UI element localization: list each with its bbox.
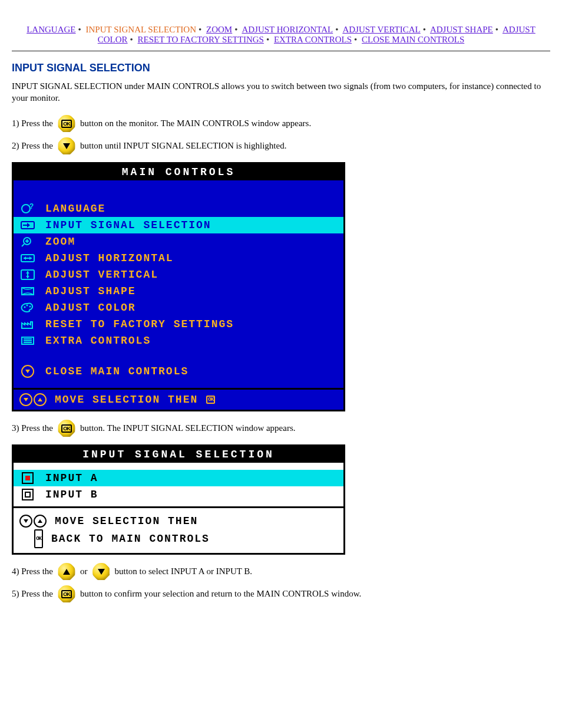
- nav-adjust-shape[interactable]: ADJUST SHAPE: [430, 25, 493, 34]
- close-down-icon: [18, 365, 37, 378]
- vertical-arrows-icon: [18, 269, 37, 280]
- step-5: 5) Press the OK button to confirm your s…: [12, 585, 542, 603]
- step-4: 4) Press the or button to select INPUT A…: [12, 563, 542, 581]
- arrow-in-icon: [18, 220, 37, 230]
- palette-icon: [18, 302, 37, 313]
- osd-item-label: RESET TO FACTORY SETTINGS: [45, 318, 234, 330]
- step-3-text-b: button. The INPUT SIGNAL SELECTION windo…: [80, 421, 296, 436]
- step-5-text-a: 5) Press the: [12, 587, 53, 602]
- osd-item-adjust-shape[interactable]: ADJUST SHAPE: [14, 283, 343, 299]
- step-3-text-a: 3) Press the: [12, 421, 53, 436]
- osd-item-label: ZOOM: [45, 236, 75, 248]
- nav-close-main-controls[interactable]: CLOSE MAIN CONTROLS: [362, 35, 464, 44]
- osd-item-extra-controls[interactable]: EXTRA CONTROLS: [14, 332, 343, 349]
- step-1-text-a: 1) Press the: [12, 116, 53, 131]
- osd-input-hintbar: MOVE SELECTION THEN OK BACK TO MAIN CONT…: [14, 506, 343, 553]
- osd-item-adjust-vertical[interactable]: ADJUST VERTICAL: [14, 266, 343, 283]
- breadcrumb: LANGUAGE• INPUT SIGNAL SELECTION• ZOOM• …: [12, 12, 550, 47]
- up-arrow-icon: [34, 515, 47, 528]
- ok-box-icon: OK: [34, 529, 43, 548]
- osd-main-hint-text: MOVE SELECTION THEN: [55, 394, 198, 406]
- globe-question-icon: [18, 203, 37, 214]
- osd-item-label: LANGUAGE: [45, 203, 105, 215]
- intro-text: INPUT SIGNAL SELECTION under MAIN CONTRO…: [12, 80, 542, 104]
- radio-unselected-icon: [18, 489, 37, 500]
- step-1-text-b: button on the monitor. The MAIN CONTROLS…: [80, 116, 311, 131]
- ok-button-icon: OK: [58, 420, 75, 437]
- step-2: 2) Press the button until INPUT SIGNAL S…: [12, 137, 542, 155]
- nav-input-signal-selection: INPUT SIGNAL SELECTION: [86, 25, 197, 34]
- down-button-icon: [92, 563, 110, 581]
- step-4-text-b: button to select INPUT A or INPUT B.: [115, 564, 253, 579]
- up-button-icon: [58, 563, 75, 581]
- osd-close-main-controls[interactable]: CLOSE MAIN CONTROLS: [14, 363, 343, 380]
- osd-item-label: ADJUST VERTICAL: [45, 269, 158, 281]
- nav-reset-factory[interactable]: RESET TO FACTORY SETTINGS: [138, 35, 264, 44]
- osd-item-input-signal-selection[interactable]: INPUT SIGNAL SELECTION: [14, 217, 343, 233]
- step-4-text-a: 4) Press the: [12, 564, 53, 579]
- osd-input-hint1: MOVE SELECTION THEN: [55, 513, 198, 529]
- osd-item-adjust-horizontal[interactable]: ADJUST HORIZONTAL: [14, 250, 343, 266]
- osd-input-hint2: BACK TO MAIN CONTROLS: [51, 531, 210, 547]
- osd-item-label: INPUT SIGNAL SELECTION: [45, 219, 211, 231]
- osd-main-title: MAIN CONTROLS: [14, 164, 343, 180]
- step-4-or: or: [80, 564, 88, 579]
- osd-main-controls: MAIN CONTROLS LANGUAGE INPUT SIGNAL SELE…: [12, 162, 345, 411]
- osd-input-a-label: INPUT A: [45, 472, 98, 484]
- nav-language[interactable]: LANGUAGE: [27, 25, 75, 34]
- ok-button-icon: OK: [58, 585, 75, 603]
- down-arrow-icon: [19, 515, 32, 528]
- osd-item-zoom[interactable]: ZOOM: [14, 233, 343, 250]
- horizontal-arrows-icon: [18, 253, 37, 263]
- step-2-text-b: button until INPUT SIGNAL SELECTION is h…: [80, 139, 286, 154]
- nav-zoom[interactable]: ZOOM: [206, 25, 232, 34]
- nav-adjust-horizontal[interactable]: ADJUST HORIZONTAL: [242, 25, 333, 34]
- nav-adjust-vertical[interactable]: ADJUST VERTICAL: [342, 25, 420, 34]
- osd-item-reset-factory[interactable]: RESET TO FACTORY SETTINGS: [14, 316, 343, 332]
- divider: [12, 51, 550, 51]
- magnify-icon: [18, 236, 37, 247]
- osd-item-label: ADJUST SHAPE: [45, 285, 136, 297]
- osd-input-selection: INPUT SIGNAL SELECTION INPUT A INPUT B: [12, 444, 345, 555]
- ok-box-icon: OK: [206, 396, 215, 404]
- osd-item-adjust-color[interactable]: ADJUST COLOR: [14, 299, 343, 316]
- step-1: 1) Press the OK button on the monitor. T…: [12, 115, 542, 133]
- osd-input-a[interactable]: INPUT A: [14, 470, 343, 486]
- osd-item-label: EXTRA CONTROLS: [45, 335, 151, 347]
- ok-button-icon: OK: [58, 115, 75, 133]
- down-button-icon: [58, 137, 75, 155]
- osd-input-title: INPUT SIGNAL SELECTION: [14, 446, 343, 463]
- osd-item-label: ADJUST COLOR: [45, 302, 136, 314]
- down-arrow-icon: [19, 393, 32, 406]
- step-5-text-b: button to confirm your selection and ret…: [80, 587, 361, 602]
- nav-extra-controls[interactable]: EXTRA CONTROLS: [274, 35, 352, 44]
- shape-icon: [18, 286, 37, 297]
- osd-main-hintbar: MOVE SELECTION THEN OK: [14, 388, 343, 410]
- up-arrow-icon: [34, 393, 47, 406]
- osd-item-label: ADJUST HORIZONTAL: [45, 252, 174, 264]
- osd-item-language[interactable]: LANGUAGE: [14, 200, 343, 217]
- section-title: INPUT SIGNAL SELECTION: [12, 62, 550, 74]
- osd-close-label: CLOSE MAIN CONTROLS: [45, 365, 189, 377]
- osd-input-b-label: INPUT B: [45, 489, 98, 500]
- factory-icon: [18, 319, 37, 330]
- radio-selected-icon: [18, 472, 37, 484]
- step-2-text-a: 2) Press the: [12, 139, 53, 154]
- list-icon: [18, 335, 37, 346]
- step-3: 3) Press the OK button. The INPUT SIGNAL…: [12, 420, 542, 437]
- osd-input-b[interactable]: INPUT B: [14, 486, 343, 503]
